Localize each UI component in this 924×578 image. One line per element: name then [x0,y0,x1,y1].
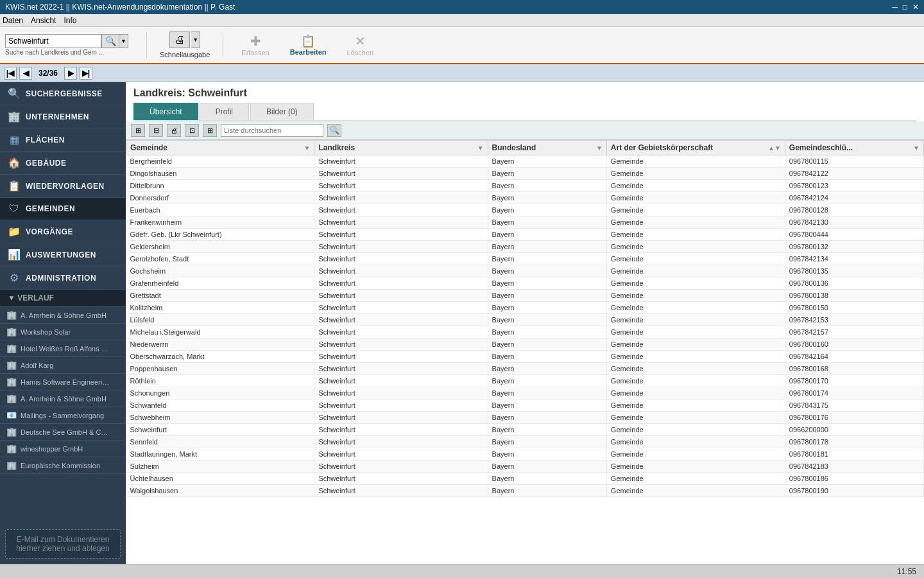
sidebar-item-wiedervorlagen[interactable]: 📋 WIEDERVORLAGEN [0,175,126,198]
table-row[interactable]: Gerolzhofen, StadtSchweinfurtBayernGemei… [126,253,924,265]
table-cell: 0967800190 [785,485,923,497]
table-row[interactable]: RöthleinSchweinfurtBayernGemeinde0967800… [126,375,924,387]
table-row[interactable]: BergrheinfeldSchweinfurtBayernGemeinde09… [126,155,924,168]
tab-profil[interactable]: Profil [200,103,249,120]
table-row[interactable]: Michelau i.SteigerwaldSchweinfurtBayernG… [126,326,924,338]
table-cell: Schweinfurt [314,265,488,277]
verlauf-item-0[interactable]: 🏢 A. Amrhein & Söhne GmbH [0,307,126,324]
table-row[interactable]: SchwebheimSchweinfurtBayernGemeinde09678… [126,412,924,424]
table-row[interactable]: GrafenrheinfeldSchweinfurtBayernGemeinde… [126,277,924,290]
sidebar-item-administration[interactable]: ⚙ ADMINISTRATION [0,267,126,290]
table-row[interactable]: EuerbachSchweinfurtBayernGemeinde0967800… [126,204,924,216]
table-cell: Bayern [488,277,606,290]
table-row[interactable]: KolitzheimSchweinfurtBayernGemeinde09678… [126,302,924,314]
nav-first-button[interactable]: |◀ [4,67,17,80]
table-cell: Gemeinde [606,338,785,351]
menu-ansicht[interactable]: Ansicht [31,16,56,25]
list-search-input[interactable] [221,124,323,137]
search-dropdown-button[interactable]: ▼ [119,34,128,48]
verlauf-item-7[interactable]: 🏢 Deutsche See GmbH & Co. KG... [0,424,126,441]
verlauf-item-2[interactable]: 🏢 Hotel Weißes Roß Alfons Rud... [0,340,126,357]
table-cell: Schweinfurt [314,302,488,314]
minimize-button[interactable]: ─ [892,3,898,12]
verlauf-item-9[interactable]: 🏢 Europäische Kommission [0,457,126,474]
table-row[interactable]: SulzheimSchweinfurtBayernGemeinde0967842… [126,460,924,473]
sidebar-item-unternehmen[interactable]: 🏢 UNTERNEHMEN [0,105,126,128]
col-header-art[interactable]: Art der Gebietskörperschaft ▲▼ [606,141,785,155]
table-cell: Kolitzheim [126,302,314,314]
maximize-button[interactable]: □ [903,3,907,12]
verlauf-item-6[interactable]: 📧 Mailings - Sammelvorgang [0,407,126,424]
table-cell: Schweinfurt [314,277,488,290]
table-cell: Bayern [488,363,606,375]
tab-uebersicht[interactable]: Übersicht [133,103,198,120]
bearbeiten-button[interactable]: 📋 Bearbeiten [285,33,332,57]
tab-bilder[interactable]: Bilder (0) [250,103,314,120]
table-row[interactable]: DittelbrunnSchweinfurtBayernGemeinde0967… [126,180,924,192]
sidebar-item-gemeinden[interactable]: 🛡 GEMEINDEN [0,198,126,220]
list-tool-btn-2[interactable]: ⊟ [149,124,163,137]
email-drop-zone[interactable]: E-Mail zum Dokumentieren hierher ziehen … [5,529,121,559]
table-row[interactable]: NiederwerrnSchweinfurtBayernGemeinde0967… [126,338,924,351]
table-cell: Poppenhausen [126,363,314,375]
loeschen-button[interactable]: ✕ Löschen [342,32,379,58]
table-cell: 0966200000 [785,424,923,436]
nav-prev-button[interactable]: ◀ [19,67,32,80]
nav-next-button[interactable]: ▶ [64,67,77,80]
sidebar-item-flaechen[interactable]: ▦ FLÄCHEN [0,128,126,152]
menu-info[interactable]: Info [64,16,76,25]
sidebar-item-vorgaenge[interactable]: 📁 VORGÄNGE [0,220,126,243]
table-row[interactable]: Gdefr. Geb. (Lkr Schweinfurt)Schweinfurt… [126,229,924,241]
sidebar-item-gebaeude[interactable]: 🏠 GEBÄUDE [0,152,126,175]
table-row[interactable]: FrankenwinheimSchweinfurtBayernGemeinde0… [126,216,924,229]
sidebar-item-auswertungen[interactable]: 📊 AUSWERTUNGEN [0,243,126,267]
nav-last-button[interactable]: ▶| [80,67,92,80]
search-button[interactable]: 🔍 [101,34,119,48]
col-header-schluessel[interactable]: Gemeindeschlü... ▼ [785,141,923,155]
print-dropdown-button[interactable]: ▼ [191,31,200,48]
title-bar: KWIS.net 2022-1 || KWIS.net-Anwendungsdo… [0,0,924,14]
bearbeiten-icon: 📋 [301,34,315,48]
table-row[interactable]: ÜchtelhausenSchweinfurtBayernGemeinde096… [126,473,924,485]
table-row[interactable]: SchwanfeldSchweinfurtBayernGemeinde09678… [126,399,924,412]
verlauf-item-1[interactable]: 🏢 Workshop Solar [0,324,126,340]
table-row[interactable]: SchonungenSchweinfurtBayernGemeinde09678… [126,387,924,399]
erfassen-button[interactable]: ✚ Erfassen [236,32,274,58]
table-row[interactable]: Oberschwarzach, MarktSchweinfurtBayernGe… [126,351,924,363]
sidebar-item-suchergebnisse[interactable]: 🔍 SUCHERGEBNISSE [0,82,126,105]
verlauf-item-3[interactable]: 🏢 Adolf Karg [0,357,126,374]
list-tool-btn-1[interactable]: ⊞ [131,124,145,137]
table-row[interactable]: SennfeldSchweinfurtBayernGemeinde0967800… [126,436,924,448]
table-row[interactable]: GeldersheimSchweinfurtBayernGemeinde0967… [126,241,924,253]
verlauf-item-4[interactable]: 🏢 Hamis Software Engineering G... [0,374,126,390]
search-label: Suche nach Landkreis und Gem ... [5,49,128,56]
table-row[interactable]: PoppenhausenSchweinfurtBayernGemeinde096… [126,363,924,375]
table-row[interactable]: WaigolshausenSchweinfurtBayernGemeinde09… [126,485,924,497]
col-header-bundesland[interactable]: Bundesland ▼ [488,141,606,155]
verlauf-item-5[interactable]: 🏢 A. Amrhein & Söhne GmbH [0,390,126,407]
verlauf-item-8[interactable]: 🏢 wineshopper GmbH [0,441,126,457]
search-input[interactable] [5,34,101,48]
list-tool-btn-4[interactable]: ⊡ [185,124,199,137]
list-tool-btn-3[interactable]: 🖨 [167,124,181,137]
table-row[interactable]: SchweinfurtSchweinfurtBayernGemeinde0966… [126,424,924,436]
table-cell: Bayern [488,229,606,241]
building-icon: 🏢 [8,110,21,123]
col-header-gemeinde[interactable]: Gemeinde ▼ [126,141,314,155]
list-search-button[interactable]: 🔍 [327,124,341,137]
table-row[interactable]: GochsheimSchweinfurtBayernGemeinde096780… [126,265,924,277]
table-cell: Grafenrheinfeld [126,277,314,290]
table-cell: Schweinfurt [314,460,488,473]
table-row[interactable]: GrettstadtSchweinfurtBayernGemeinde09678… [126,290,924,302]
col-header-landkreis[interactable]: Landkreis ▼ [314,141,488,155]
table-row[interactable]: DingolshausenSchweinfurtBayernGemeinde09… [126,168,924,180]
list-tool-btn-5[interactable]: ⊞ [203,124,217,137]
table-row[interactable]: LülsfeldSchweinfurtBayernGemeinde0967842… [126,314,924,326]
table-cell: 0967843175 [785,399,923,412]
area-icon: ▦ [8,134,21,146]
print-button[interactable]: 🖨 [169,31,190,48]
table-row[interactable]: Stadtlauringen, MarktSchweinfurtBayernGe… [126,448,924,460]
table-row[interactable]: DonnersdorfSchweinfurtBayernGemeinde0967… [126,192,924,204]
close-button[interactable]: ✕ [912,3,919,12]
menu-daten[interactable]: Daten [3,16,23,25]
